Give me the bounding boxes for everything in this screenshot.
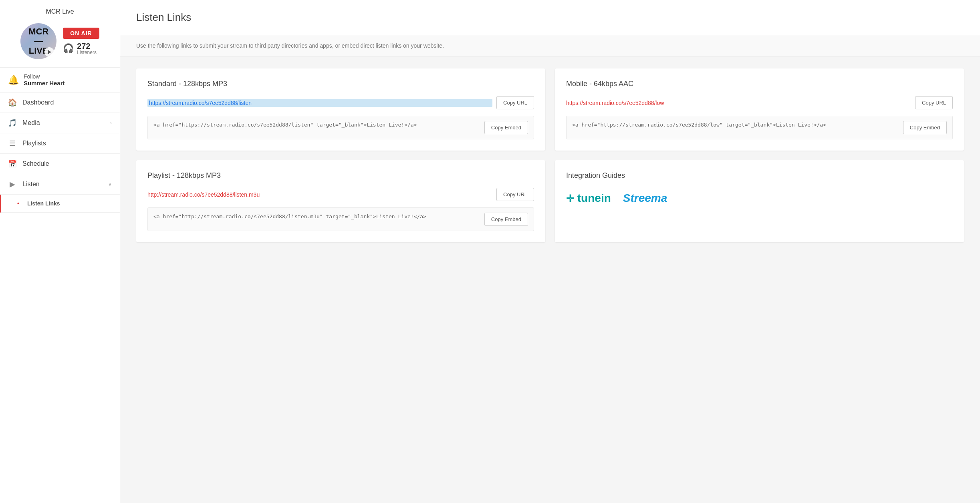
station-logo[interactable]: MCR—LIVE <box>20 23 56 59</box>
mobile-copy-embed-button[interactable]: Copy Embed <box>903 121 947 134</box>
media-icon: 🎵 <box>8 119 17 127</box>
listeners-label: Listeners <box>77 50 97 55</box>
card-playlist: Playlist - 128kbps MP3 http://stream.rad… <box>136 160 545 242</box>
sidebar-nav: 🏠 Dashboard 🎵 Media › ☰ Playlists 📅 Sche… <box>0 93 120 213</box>
station-name: MCR Live <box>0 0 120 19</box>
sidebar-item-label: Media <box>22 119 40 127</box>
sidebar-item-listen-links[interactable]: Listen Links <box>0 195 120 213</box>
sidebar-item-listen[interactable]: ▶ Listen ∨ <box>0 174 120 195</box>
dashboard-icon: 🏠 <box>8 98 17 107</box>
sidebar-item-label: Playlists <box>22 140 46 147</box>
streema-text: Streema <box>623 192 667 204</box>
page-title: Listen Links <box>136 11 964 24</box>
mobile-copy-url-button[interactable]: Copy URL <box>915 96 953 109</box>
on-air-badge: ON AIR <box>63 28 99 39</box>
standard-copy-url-button[interactable]: Copy URL <box>496 96 534 109</box>
standard-url-link[interactable]: https://stream.radio.co/s7ee52dd88/liste… <box>147 99 492 107</box>
follow-icon: 🔔 <box>8 75 19 85</box>
mobile-url-row: https://stream.radio.co/s7ee52dd88/low C… <box>566 96 953 109</box>
chevron-right-icon: › <box>110 120 112 126</box>
cards-area: Standard - 128kbps MP3 https://stream.ra… <box>120 56 980 254</box>
card-integration: Integration Guides ✛ tunein Streema <box>555 160 964 242</box>
card-title-mobile: Mobile - 64kbps AAC <box>566 80 953 88</box>
playlists-icon: ☰ <box>8 139 17 148</box>
info-banner: Use the following links to submit your s… <box>120 35 980 56</box>
sidebar-item-label: Listen <box>22 181 40 188</box>
station-meta: ON AIR 🎧 272 Listeners <box>63 28 99 55</box>
tunein-logo[interactable]: ✛ tunein <box>566 192 611 205</box>
playlist-copy-url-button[interactable]: Copy URL <box>496 188 534 201</box>
sidebar-item-label: Listen Links <box>27 200 60 207</box>
sidebar-item-playlists[interactable]: ☰ Playlists <box>0 133 120 154</box>
listeners-icon: 🎧 <box>63 43 74 54</box>
mobile-url-link[interactable]: https://stream.radio.co/s7ee52dd88/low <box>566 100 911 106</box>
streema-logo[interactable]: Streema <box>623 192 667 205</box>
listeners-row: 🎧 272 Listeners <box>63 42 97 55</box>
sidebar-item-schedule[interactable]: 📅 Schedule <box>0 154 120 174</box>
tunein-text: tunein <box>577 192 611 204</box>
sidebar-item-media[interactable]: 🎵 Media › <box>0 113 120 133</box>
playlist-embed-code: <a href="http://stream.radio.co/s7ee52dd… <box>153 213 480 221</box>
playlist-url-link[interactable]: http://stream.radio.co/s7ee52dd88/listen… <box>147 191 492 198</box>
card-title-playlist: Playlist - 128kbps MP3 <box>147 171 534 180</box>
follow-text: Follow Summer Heart <box>24 73 65 87</box>
playlist-embed-box: <a href="http://stream.radio.co/s7ee52dd… <box>147 207 534 231</box>
playlist-url-row: http://stream.radio.co/s7ee52dd88/listen… <box>147 188 534 201</box>
main-content: Listen Links Use the following links to … <box>120 0 980 503</box>
standard-embed-code: <a href="https://stream.radio.co/s7ee52d… <box>153 121 480 129</box>
sidebar-item-label: Schedule <box>22 160 49 167</box>
chevron-down-icon: ∨ <box>108 181 112 187</box>
sidebar: MCR Live MCR—LIVE ON AIR 🎧 272 Listeners… <box>0 0 120 503</box>
mobile-embed-code: <a href="https://stream.radio.co/s7ee52d… <box>572 121 899 129</box>
mobile-embed-box: <a href="https://stream.radio.co/s7ee52d… <box>566 116 953 139</box>
card-title-standard: Standard - 128kbps MP3 <box>147 80 534 88</box>
tunein-plus-icon: ✛ <box>566 193 574 204</box>
standard-embed-box: <a href="https://stream.radio.co/s7ee52d… <box>147 116 534 139</box>
schedule-icon: 📅 <box>8 159 17 168</box>
integration-logos: ✛ tunein Streema <box>566 188 953 205</box>
station-info: MCR—LIVE ON AIR 🎧 272 Listeners <box>0 19 120 67</box>
card-standard: Standard - 128kbps MP3 https://stream.ra… <box>136 68 545 151</box>
listen-icon: ▶ <box>8 180 17 189</box>
info-text: Use the following links to submit your s… <box>136 42 444 49</box>
play-button[interactable] <box>44 47 54 57</box>
listeners-count: 272 <box>77 42 97 50</box>
page-title-bar: Listen Links <box>120 0 980 35</box>
follow-section[interactable]: 🔔 Follow Summer Heart <box>0 67 120 93</box>
sidebar-item-label: Dashboard <box>22 99 54 106</box>
standard-url-row: https://stream.radio.co/s7ee52dd88/liste… <box>147 96 534 109</box>
playlist-copy-embed-button[interactable]: Copy Embed <box>484 213 528 226</box>
card-title-integration: Integration Guides <box>566 171 953 180</box>
standard-copy-embed-button[interactable]: Copy Embed <box>484 121 528 134</box>
card-mobile: Mobile - 64kbps AAC https://stream.radio… <box>555 68 964 151</box>
sidebar-item-dashboard[interactable]: 🏠 Dashboard <box>0 93 120 113</box>
